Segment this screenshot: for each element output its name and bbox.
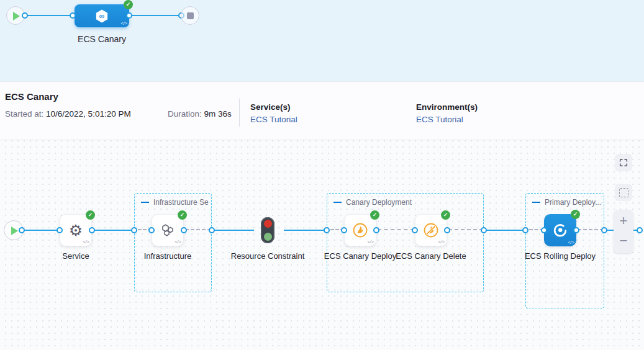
environments-label: Environment(s) bbox=[416, 102, 478, 112]
connector-point bbox=[522, 227, 528, 233]
play-icon bbox=[11, 227, 18, 235]
collapse-minus-icon[interactable] bbox=[333, 202, 342, 204]
marquee-selection-icon bbox=[619, 188, 628, 197]
code-glyph-icon: </> bbox=[367, 240, 373, 245]
select-region-button[interactable] bbox=[615, 184, 632, 201]
success-check-icon: ✓ bbox=[571, 210, 580, 219]
node-label-resource-constraint: Resource Constraint bbox=[230, 251, 305, 261]
zoom-out-button[interactable]: − bbox=[614, 231, 633, 251]
hexagon-cluster-icon bbox=[159, 222, 176, 239]
connector-point bbox=[19, 227, 25, 233]
success-check-icon: ✓ bbox=[370, 210, 379, 220]
connector-point bbox=[637, 227, 643, 233]
started-at-label: Started at: bbox=[5, 109, 43, 119]
connector-dashed-line bbox=[378, 229, 414, 230]
connector-point bbox=[444, 227, 450, 233]
node-service[interactable]: ⚙ ✓ </> bbox=[60, 214, 92, 246]
connector-point bbox=[131, 227, 137, 233]
connector-line bbox=[129, 15, 184, 16]
connector-dashed-line bbox=[185, 229, 211, 230]
connector-line bbox=[213, 230, 254, 231]
duration-label: Duration: bbox=[168, 109, 202, 119]
code-glyph-icon: </> bbox=[120, 21, 127, 26]
group-title: Canary Deployment bbox=[346, 198, 412, 207]
pipeline-title: ECS Canary bbox=[5, 91, 58, 102]
connector-point bbox=[70, 12, 76, 19]
connector-line bbox=[25, 15, 75, 16]
connector-line bbox=[284, 230, 325, 231]
connector-point bbox=[341, 227, 347, 233]
duration-row: Duration: 9m 36s bbox=[168, 109, 232, 119]
connector-point bbox=[601, 227, 607, 233]
group-title: Infrastructure Se... bbox=[153, 198, 209, 207]
stage-node-ecs-canary[interactable]: ∞ ✓ </> bbox=[75, 4, 129, 27]
node-infrastructure[interactable]: ✓ </> bbox=[152, 214, 184, 246]
environments-link[interactable]: ECS Tutorial bbox=[416, 115, 463, 124]
code-glyph-icon: </> bbox=[568, 240, 574, 245]
services-label: Service(s) bbox=[250, 102, 291, 112]
stage-label: ECS Canary bbox=[71, 34, 133, 44]
services-link[interactable]: ECS Tutorial bbox=[250, 115, 297, 124]
group-header: Canary Deployment bbox=[333, 198, 412, 207]
fullscreen-button[interactable] bbox=[615, 154, 632, 171]
connector-point bbox=[57, 227, 63, 233]
node-label-ecs-rolling-deploy: ECS Rolling Deploy bbox=[523, 251, 597, 261]
success-check-icon: ✓ bbox=[124, 0, 133, 9]
canary-icon bbox=[351, 222, 369, 239]
code-glyph-icon: </> bbox=[175, 240, 181, 245]
zoom-in-button[interactable]: + bbox=[614, 212, 633, 231]
group-header: Infrastructure Se... bbox=[141, 198, 209, 207]
divider bbox=[239, 99, 240, 127]
duration-value: 9m 36s bbox=[204, 109, 232, 119]
node-label-ecs-canary-deploy: ECS Canary Deploy bbox=[323, 251, 397, 261]
connector-point bbox=[324, 227, 330, 233]
gear-icon: ⚙ bbox=[69, 223, 83, 238]
ecs-swirl-icon bbox=[551, 222, 569, 239]
pipeline-execution-view: ∞ ✓ </> ECS Canary ECS Canary Started at… bbox=[0, 0, 644, 350]
node-label-ecs-canary-delete: ECS Canary Delete bbox=[394, 251, 468, 261]
connector-dashed-line bbox=[448, 229, 483, 230]
connector-point bbox=[89, 227, 95, 233]
node-ecs-canary-deploy[interactable]: ✓ </> bbox=[344, 214, 376, 246]
green-light-icon bbox=[264, 233, 272, 241]
pipeline-end-node bbox=[181, 6, 199, 25]
node-label-service: Service bbox=[39, 251, 113, 261]
started-at-value: 10/6/2022, 5:01:20 PM bbox=[46, 109, 131, 119]
collapse-minus-icon[interactable] bbox=[141, 202, 149, 204]
connector-point bbox=[412, 227, 418, 233]
success-check-icon: ✓ bbox=[441, 210, 450, 220]
connector-point bbox=[541, 227, 547, 233]
svg-text:∞: ∞ bbox=[99, 12, 105, 20]
connector-point bbox=[181, 227, 187, 233]
connector-line bbox=[93, 230, 134, 231]
red-light-icon bbox=[264, 220, 272, 228]
started-at-row: Started at: 10/6/2022, 5:01:20 PM bbox=[5, 109, 131, 119]
connector-line bbox=[22, 230, 61, 231]
stop-icon bbox=[187, 12, 194, 19]
cd-stage-hexagon-icon: ∞ bbox=[94, 8, 110, 24]
node-ecs-canary-delete[interactable]: ✓ </> bbox=[415, 214, 447, 246]
success-check-icon: ✓ bbox=[86, 210, 95, 220]
play-icon bbox=[13, 12, 20, 20]
connector-dashed-line bbox=[578, 229, 604, 230]
node-ecs-rolling-deploy[interactable]: ✓ </> bbox=[544, 214, 576, 246]
connector-point bbox=[481, 227, 487, 233]
canary-delete-icon bbox=[422, 222, 440, 239]
fullscreen-icon bbox=[619, 158, 628, 168]
connector-line bbox=[485, 230, 524, 231]
execution-graph-canvas[interactable]: Infrastructure Se... Canary Deployment P… bbox=[0, 140, 644, 350]
stage-overview-panel: ∞ ✓ </> ECS Canary bbox=[0, 0, 644, 81]
execution-summary-bar: ECS Canary Started at: 10/6/2022, 5:01:2… bbox=[0, 81, 644, 140]
zoom-controls: + − bbox=[614, 210, 633, 253]
connector-point bbox=[573, 227, 579, 233]
connector-point bbox=[209, 227, 215, 233]
group-header: Primary Deploy... bbox=[532, 198, 601, 207]
collapse-minus-icon[interactable] bbox=[532, 202, 540, 204]
connector-point bbox=[22, 12, 28, 19]
connector-point bbox=[148, 227, 155, 233]
node-label-infrastructure: Infrastructure bbox=[130, 251, 205, 261]
code-glyph-icon: </> bbox=[438, 240, 444, 245]
connector-point bbox=[126, 12, 132, 19]
connector-point bbox=[373, 227, 379, 233]
node-resource-constraint traffic-light-icon[interactable] bbox=[261, 217, 274, 243]
